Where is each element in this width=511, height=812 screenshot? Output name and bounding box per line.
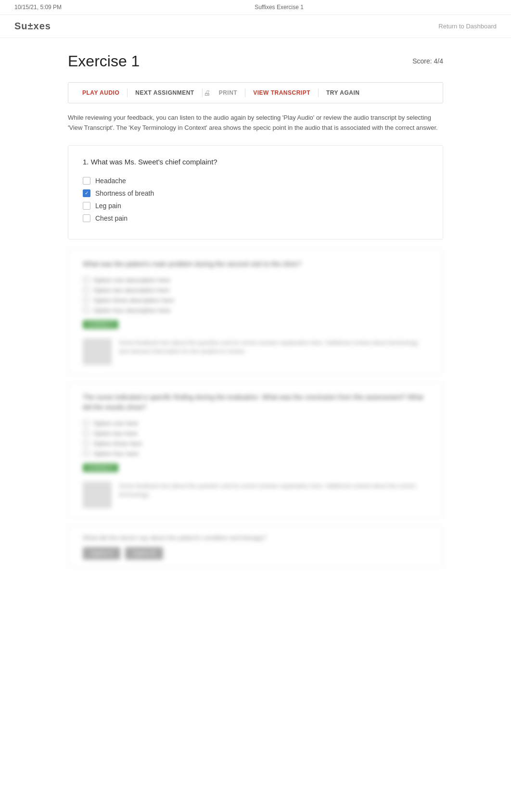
exercise-title: Exercise 1	[68, 52, 140, 70]
blurred-q3-opt1: Option one here	[83, 418, 428, 428]
blurred-q3-feedback-text: Some feedback text about this question a…	[119, 482, 428, 508]
option-headache-label: Headache	[95, 177, 126, 185]
page-title: Suffixes Exercise 1	[255, 4, 304, 11]
question-1-number: 1.	[83, 158, 89, 166]
divider-4	[318, 88, 319, 97]
question-2-section-blurred: What was the patient's main problem duri…	[68, 249, 443, 375]
instructions-text: While reviewing your feedback, you can l…	[68, 113, 443, 133]
option-chestpain-label: Chest pain	[95, 214, 128, 222]
answer-option-4[interactable]: Chest pain	[83, 212, 428, 225]
blurred-q3-opt4: Option four here	[83, 449, 428, 459]
divider-2	[202, 88, 203, 97]
blurred-q4-opt2: Option B	[125, 547, 163, 560]
blurred-q3-feedback: Some feedback text about this question a…	[83, 482, 428, 508]
blurred-q2-opt1: Option one description here	[83, 275, 428, 285]
option-shortness-label: Shortness of breath	[95, 189, 154, 197]
blurred-q2-feedback-text: Some feedback text about this question a…	[119, 338, 428, 365]
blurred-q4-options: Option A Option B	[83, 547, 428, 560]
radio-legpain[interactable]	[83, 202, 90, 210]
blurred-q2-feedback: Some feedback text about this question a…	[83, 338, 428, 365]
radio-shortness[interactable]: ✓	[83, 189, 90, 197]
blurred-q2-opt2: Option two description here	[83, 285, 428, 295]
answer-option-1[interactable]: Headache	[83, 175, 428, 187]
blurred-q4-text: What did the doctor say about the patien…	[83, 533, 428, 543]
print-icon: 🖨	[204, 89, 210, 97]
radio-headache[interactable]	[83, 177, 90, 185]
exercise-header: Exercise 1 Score: 4/4	[68, 52, 443, 70]
logo-bar: Su±xes Return to Dashboard	[0, 15, 511, 38]
question-1-body: What was Ms. Sweet's chief complaint?	[91, 158, 217, 166]
play-audio-button[interactable]: PLAY AUDIO	[76, 87, 126, 99]
divider-1	[127, 88, 128, 97]
divider-3	[245, 88, 245, 97]
blurred-q3-opt3: Option three here	[83, 438, 428, 449]
blurred-q3-img	[83, 482, 112, 508]
top-bar: 10/15/21, 5:09 PM Suffixes Exercise 1	[0, 0, 511, 15]
question-3-section-blurred: The nurse indicated a specific finding d…	[68, 382, 443, 518]
question-1-text: 1. What was Ms. Sweet's chief complaint?	[83, 158, 428, 166]
blurred-q3-text: The nurse indicated a specific finding d…	[83, 392, 428, 412]
toolbar: PLAY AUDIO NEXT ASSIGNMENT 🖨 PRINT VIEW …	[68, 82, 443, 103]
view-transcript-button[interactable]: VIEW TRANSCRIPT	[246, 87, 317, 99]
option-legpain-label: Leg pain	[95, 202, 121, 210]
blurred-q2-img	[83, 338, 112, 365]
try-again-button[interactable]: TRY AGAIN	[319, 87, 366, 99]
logo: Su±xes	[14, 21, 51, 32]
blurred-q2-opt3: Option three description here	[83, 295, 428, 305]
return-to-dashboard-link[interactable]: Return to Dashboard	[438, 23, 497, 30]
blurred-q4-opt1: Option A	[83, 547, 120, 560]
answer-option-3[interactable]: Leg pain	[83, 200, 428, 212]
datetime-label: 10/15/21, 5:09 PM	[14, 4, 62, 11]
blurred-q2-text: What was the patient's main problem duri…	[83, 259, 428, 269]
answer-option-2[interactable]: ✓ Shortness of breath	[83, 187, 428, 200]
blurred-q3-answer-tag: CORRECT	[83, 463, 118, 472]
question-4-section-blurred: What did the doctor say about the patien…	[68, 525, 443, 568]
blurred-q2-opt4: Option four description here	[83, 305, 428, 315]
radio-chestpain[interactable]	[83, 214, 90, 222]
main-content: Exercise 1 Score: 4/4 PLAY AUDIO NEXT AS…	[58, 38, 453, 582]
print-button[interactable]: PRINT	[212, 87, 244, 99]
score-display: Score: 4/4	[412, 57, 443, 65]
next-assignment-button[interactable]: NEXT ASSIGNMENT	[128, 87, 201, 99]
blurred-q3-opt2: Option two here	[83, 428, 428, 438]
blurred-q2-answer-tag: CORRECT	[83, 320, 118, 329]
question-1-section: 1. What was Ms. Sweet's chief complaint?…	[68, 145, 443, 239]
